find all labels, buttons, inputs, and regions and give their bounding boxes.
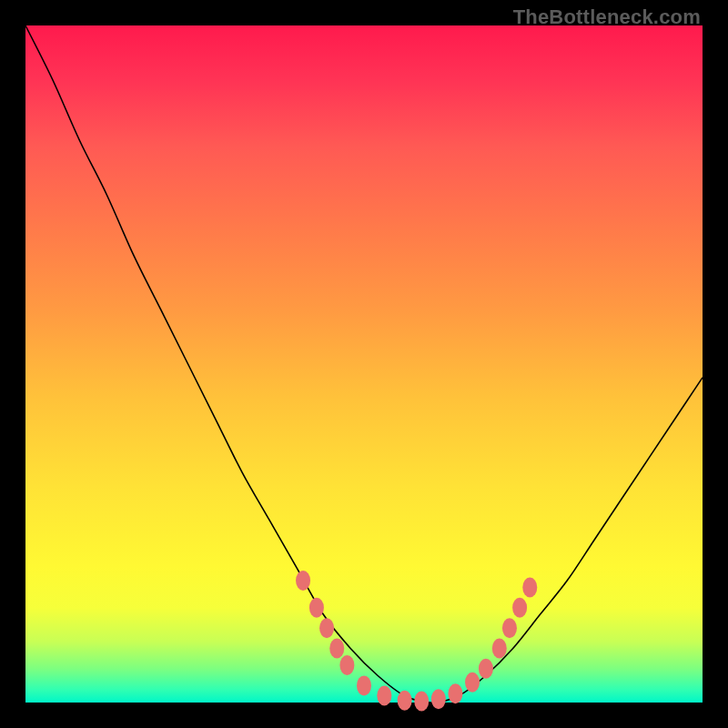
highlight-dot xyxy=(448,683,462,703)
bottleneck-curve xyxy=(25,25,703,703)
curve-svg xyxy=(25,25,703,703)
highlight-dot xyxy=(522,578,537,598)
highlight-dot xyxy=(465,672,480,693)
chart-frame: TheBottleneck.com xyxy=(0,0,728,728)
highlight-dot xyxy=(296,571,310,591)
highlight-dot xyxy=(329,638,344,658)
highlight-dot xyxy=(479,659,493,679)
highlight-dot xyxy=(309,598,324,618)
plot-area xyxy=(25,25,703,703)
highlight-dot xyxy=(512,598,527,618)
highlight-dot xyxy=(377,686,391,706)
highlight-dot xyxy=(414,692,429,712)
highlight-dot xyxy=(431,689,446,709)
highlight-dot xyxy=(339,655,354,675)
highlight-dot xyxy=(398,691,412,711)
highlight-dots xyxy=(296,571,537,711)
highlight-dot xyxy=(357,675,371,695)
highlight-dot xyxy=(492,638,507,658)
highlight-dot xyxy=(502,618,517,638)
highlight-dot xyxy=(319,618,334,638)
